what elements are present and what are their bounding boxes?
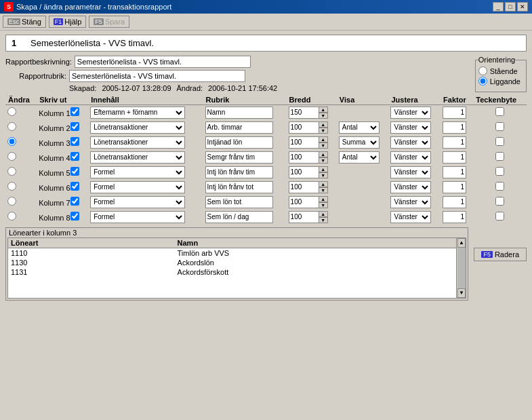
col-justera-select-3[interactable]: VänsterHögerCenter — [390, 136, 431, 149]
col-checkbox-4[interactable] — [70, 152, 79, 161]
col-faktor-input-7[interactable] — [443, 196, 466, 208]
col-radio-3[interactable] — [7, 137, 16, 146]
col-bredd-input-6[interactable] — [289, 181, 319, 193]
col-radio-7[interactable] — [7, 197, 16, 206]
scrollbar[interactable]: ▲ ▼ — [456, 238, 466, 298]
col-justera-select-4[interactable]: VänsterHögerCenter — [390, 151, 431, 164]
col-checkbox-6[interactable] — [70, 182, 79, 191]
rubrik-input[interactable] — [69, 70, 245, 82]
col-teckenbyte-check-7[interactable] — [495, 197, 504, 206]
minimize-button[interactable]: _ — [493, 2, 504, 12]
col-rubrik-input-4[interactable] — [205, 151, 273, 164]
col-bredd-up-2[interactable]: ▲ — [319, 121, 328, 128]
col-teckenbyte-check-8[interactable] — [495, 212, 504, 221]
col-bredd-down-1[interactable]: ▼ — [319, 113, 328, 119]
col-rubrik-input-2[interactable] — [205, 121, 273, 134]
col-bredd-down-6[interactable]: ▼ — [319, 187, 328, 193]
col-justera-select-6[interactable]: VänsterHögerCenter — [390, 181, 431, 193]
col-checkbox-7[interactable] — [70, 197, 79, 206]
scroll-up[interactable]: ▲ — [457, 238, 466, 248]
col-radio-8[interactable] — [7, 212, 16, 221]
col-faktor-input-2[interactable] — [443, 121, 466, 134]
maximize-button[interactable]: □ — [505, 2, 516, 12]
col-faktor-input-8[interactable] — [443, 211, 466, 223]
col-checkbox-3[interactable] — [70, 137, 79, 146]
col-visa-select-4[interactable]: AntalSumma — [339, 151, 380, 164]
radera-button[interactable]: F5 Radera — [474, 248, 527, 261]
col-checkbox-8[interactable] — [70, 212, 79, 221]
f1-help-button[interactable]: F1 Hjälp — [49, 16, 87, 28]
col-rubrik-input-3[interactable] — [205, 136, 273, 149]
col-rubrik-input-7[interactable] — [205, 196, 273, 208]
col-justera-select-8[interactable]: VänsterHögerCenter — [390, 211, 431, 223]
col-bredd-up-1[interactable]: ▲ — [319, 107, 328, 113]
col-radio-4[interactable] — [7, 152, 16, 161]
col-bredd-input-8[interactable] — [289, 211, 319, 223]
col-faktor-input-6[interactable] — [443, 181, 466, 193]
col-teckenbyte-check-1[interactable] — [495, 107, 504, 116]
col-radio-1[interactable] — [7, 107, 16, 116]
col-justera-select-7[interactable]: VänsterHögerCenter — [390, 196, 431, 208]
col-checkbox-2[interactable] — [70, 122, 79, 131]
col-radio-5[interactable] — [7, 167, 16, 176]
col-teckenbyte-check-3[interactable] — [495, 137, 504, 146]
col-bredd-input-5[interactable] — [289, 166, 319, 178]
col-innehall-select-8[interactable]: Efternamn + förnamnLönetransaktionerForm… — [90, 211, 185, 223]
col-bredd-up-6[interactable]: ▲ — [319, 181, 328, 187]
lying-radio[interactable] — [478, 77, 487, 85]
esc-close-button[interactable]: Esc Stäng — [3, 16, 46, 28]
col-checkbox-1[interactable] — [70, 107, 79, 116]
col-bredd-down-4[interactable]: ▼ — [319, 157, 328, 164]
lonearter-row[interactable]: 1130Ackordslön — [8, 258, 466, 267]
col-innehall-select-6[interactable]: Efternamn + förnamnLönetransaktionerForm… — [90, 181, 185, 193]
col-innehall-select-4[interactable]: Efternamn + förnamnLönetransaktionerForm… — [90, 151, 185, 164]
col-bredd-input-1[interactable] — [289, 107, 319, 119]
close-button[interactable]: ✕ — [517, 2, 528, 12]
col-bredd-down-2[interactable]: ▼ — [319, 128, 328, 134]
col-teckenbyte-check-5[interactable] — [495, 167, 504, 176]
standing-radio[interactable] — [478, 66, 487, 75]
lonearter-row[interactable]: 1110Timlön arb VVS — [8, 248, 466, 258]
col-bredd-up-3[interactable]: ▲ — [319, 136, 328, 142]
col-bredd-up-8[interactable]: ▲ — [319, 211, 328, 217]
col-radio-6[interactable] — [7, 182, 16, 191]
col-checkbox-5[interactable] — [70, 167, 79, 176]
col-bredd-down-3[interactable]: ▼ — [319, 142, 328, 149]
col-rubrik-input-6[interactable] — [205, 181, 273, 193]
col-rubrik-input-5[interactable] — [205, 166, 273, 178]
col-faktor-input-5[interactable] — [443, 166, 466, 178]
col-faktor-input-4[interactable] — [443, 151, 466, 164]
col-bredd-input-2[interactable] — [289, 121, 319, 134]
col-visa-select-2[interactable]: AntalSumma — [339, 121, 380, 134]
col-bredd-input-7[interactable] — [289, 196, 319, 208]
col-justera-select-5[interactable]: VänsterHögerCenter — [390, 166, 431, 178]
col-rubrik-input-1[interactable] — [205, 107, 273, 119]
col-faktor-input-1[interactable] — [443, 107, 466, 119]
lonearter-row[interactable]: 1131Ackordsförskott — [8, 267, 466, 277]
col-faktor-input-3[interactable] — [443, 136, 466, 149]
scroll-down[interactable]: ▼ — [457, 288, 466, 298]
col-bredd-input-4[interactable] — [289, 151, 319, 164]
col-rubrik-input-8[interactable] — [205, 211, 273, 223]
col-justera-select-2[interactable]: VänsterHögerCenter — [390, 121, 431, 134]
col-teckenbyte-check-4[interactable] — [495, 152, 504, 161]
col-innehall-select-7[interactable]: Efternamn + förnamnLönetransaktionerForm… — [90, 196, 185, 208]
col-bredd-down-7[interactable]: ▼ — [319, 202, 328, 208]
col-justera-select-1[interactable]: VänsterHögerCenter — [390, 107, 431, 119]
col-visa-select-3[interactable]: AntalSumma — [339, 136, 380, 149]
col-bredd-up-7[interactable]: ▲ — [319, 196, 328, 202]
col-teckenbyte-check-6[interactable] — [495, 182, 504, 191]
col-innehall-select-2[interactable]: Efternamn + förnamnLönetransaktionerForm… — [90, 121, 185, 134]
col-bredd-up-5[interactable]: ▲ — [319, 166, 328, 172]
col-innehall-select-1[interactable]: Efternamn + förnamnLönetransaktionerForm… — [90, 107, 185, 119]
col-bredd-down-8[interactable]: ▼ — [319, 217, 328, 223]
col-radio-2[interactable] — [7, 122, 16, 131]
col-innehall-select-5[interactable]: Efternamn + förnamnLönetransaktionerForm… — [90, 166, 185, 178]
col-innehall-select-3[interactable]: Efternamn + förnamnLönetransaktionerForm… — [90, 136, 185, 149]
col-bredd-up-4[interactable]: ▲ — [319, 151, 328, 157]
description-input[interactable] — [75, 56, 251, 68]
col-bredd-input-3[interactable] — [289, 136, 319, 149]
col-bredd-down-5[interactable]: ▼ — [319, 172, 328, 178]
f5-save-button[interactable]: F5 Spara — [89, 16, 129, 28]
col-teckenbyte-check-2[interactable] — [495, 122, 504, 131]
